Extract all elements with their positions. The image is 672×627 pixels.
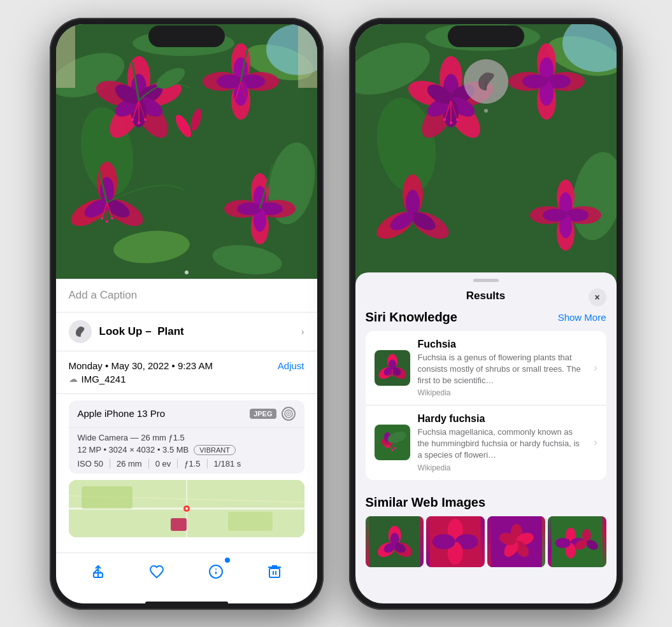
date-row: Monday • May 30, 2022 • 9:23 AM Adjust — [69, 360, 304, 371]
info-icon — [208, 564, 224, 579]
hardy-chevron: › — [594, 437, 597, 448]
right-dynamic-island — [448, 25, 524, 47]
map-svg — [69, 480, 304, 537]
knowledge-item-hardy[interactable]: Hardy fuchsia Fuchsia magellanica, commo… — [366, 405, 606, 480]
heart-icon — [149, 564, 164, 579]
fuchsia-name: Fuchsia — [418, 339, 587, 350]
exif-aperture: ƒ1.5 — [178, 459, 207, 468]
right-screen: Results × Siri Knowledge Show More — [355, 24, 617, 603]
sim-svg-3 — [487, 516, 546, 567]
camera-header: Apple iPhone 13 Pro JPEG — [69, 400, 304, 428]
lens-icon — [282, 407, 296, 421]
camera-name: Apple iPhone 13 Pro — [78, 408, 166, 419]
close-button[interactable]: × — [589, 288, 606, 306]
svg-point-65 — [185, 271, 189, 274]
results-panel: Results × Siri Knowledge Show More — [355, 272, 617, 603]
knowledge-item-fuchsia[interactable]: Fuchsia Fuchsia is a genus of flowering … — [366, 331, 606, 406]
hardy-desc: Fuchsia magellanica, commonly known as t… — [418, 426, 587, 461]
sim-svg-2 — [426, 516, 485, 567]
exif-focal: 26 mm — [110, 459, 149, 468]
svg-point-161 — [433, 534, 455, 549]
leaf-icon — [74, 325, 87, 338]
lookup-label: Look Up – Plant — [99, 325, 184, 338]
hardy-source: Wikipedia — [418, 463, 587, 472]
svg-rect-75 — [171, 518, 187, 531]
siri-section-header: Siri Knowledge Show More — [366, 310, 606, 325]
close-icon: × — [594, 292, 599, 302]
lookup-chevron: › — [301, 327, 304, 337]
svg-point-106 — [450, 122, 452, 124]
info-section: Monday • May 30, 2022 • 9:23 AM Adjust ☁… — [56, 351, 317, 394]
svg-point-55 — [237, 202, 261, 215]
similar-title: Similar Web Images — [366, 495, 606, 510]
lookup-row[interactable]: Look Up – Plant › — [56, 313, 317, 351]
exif-shutter: 1/181 s — [208, 459, 248, 468]
lookup-bold: Look Up – — [99, 325, 152, 337]
fuchsia-chevron: › — [594, 362, 597, 374]
similar-img-1[interactable] — [366, 516, 424, 567]
flower-photo[interactable] — [56, 24, 317, 279]
sim-svg-4 — [548, 516, 606, 567]
home-indicator — [145, 602, 228, 605]
adjust-btn[interactable]: Adjust — [278, 360, 304, 371]
mp-text: 12 MP • 3024 × 4032 • 3.5 MB — [78, 445, 189, 454]
similar-section: Similar Web Images — [355, 488, 617, 567]
fuchsia-source: Wikipedia — [418, 388, 587, 397]
similar-img-2[interactable] — [426, 516, 485, 567]
caption-placeholder: Add a Caption — [69, 289, 138, 301]
svg-point-107 — [456, 118, 459, 121]
info-badge — [224, 556, 231, 564]
trash-button[interactable] — [262, 559, 287, 584]
svg-point-46 — [106, 220, 108, 223]
share-button[interactable] — [85, 559, 111, 584]
svg-point-172 — [555, 538, 571, 548]
date-text: Monday • May 30, 2022 • 9:23 AM — [69, 360, 213, 371]
exif-ev: 0 ev — [149, 459, 178, 468]
svg-point-147 — [391, 449, 393, 451]
show-more-button[interactable]: Show More — [558, 312, 606, 323]
similar-img-3[interactable] — [487, 516, 546, 567]
camera-icons-row: JPEG — [250, 407, 295, 421]
svg-point-115 — [522, 74, 548, 88]
siri-knowledge-section: Siri Knowledge Show More — [355, 310, 617, 488]
siri-knowledge-title: Siri Knowledge — [366, 310, 457, 325]
similar-img-4[interactable] — [548, 516, 606, 567]
svg-point-69 — [288, 413, 289, 414]
hardy-thumb-svg — [375, 425, 410, 460]
hardy-text: Hardy fuchsia Fuchsia magellanica, commo… — [418, 413, 587, 472]
svg-rect-64 — [298, 24, 317, 88]
left-phone: Add a Caption Look Up – Plant › — [50, 18, 324, 610]
vibrant-badge: VIBRANT — [194, 445, 236, 455]
cloud-icon: ☁ — [69, 374, 78, 384]
svg-point-80 — [215, 568, 217, 570]
filename-text: IMG_4241 — [82, 374, 126, 384]
caption-area[interactable]: Add a Caption — [56, 279, 317, 313]
hardy-thumbnail — [375, 425, 410, 460]
exif-iso: ISO 50 — [78, 459, 110, 468]
heart-button[interactable] — [144, 559, 169, 584]
camera-details: Wide Camera — 26 mm ƒ1.5 12 MP • 3024 × … — [69, 428, 304, 474]
knowledge-card: Fuchsia Fuchsia is a genus of flowering … — [366, 331, 606, 480]
right-phone: Results × Siri Knowledge Show More — [349, 18, 623, 610]
left-screen: Add a Caption Look Up – Plant › — [56, 24, 317, 603]
svg-point-23 — [131, 118, 134, 121]
results-title: Results — [466, 290, 505, 302]
svg-point-129 — [543, 209, 567, 222]
jpeg-badge: JPEG — [250, 409, 276, 419]
toolbar — [56, 553, 317, 603]
results-header: Results × — [355, 282, 617, 310]
sim-svg-1 — [366, 516, 424, 567]
lens-svg — [283, 409, 294, 419]
map-preview[interactable] — [69, 480, 304, 537]
mp-row: 12 MP • 3024 × 4032 • 3.5 MB VIBRANT — [78, 445, 296, 455]
siri-visual-button[interactable] — [464, 59, 508, 104]
svg-point-24 — [138, 122, 140, 124]
svg-rect-72 — [228, 512, 273, 531]
wide-camera: Wide Camera — 26 mm ƒ1.5 — [78, 433, 296, 442]
dynamic-island — [148, 25, 225, 47]
info-button[interactable] — [203, 559, 229, 584]
camera-card: Apple iPhone 13 Pro JPEG — [69, 400, 304, 474]
svg-point-173 — [582, 529, 591, 542]
siri-dot — [484, 109, 488, 113]
svg-point-148 — [394, 447, 396, 449]
